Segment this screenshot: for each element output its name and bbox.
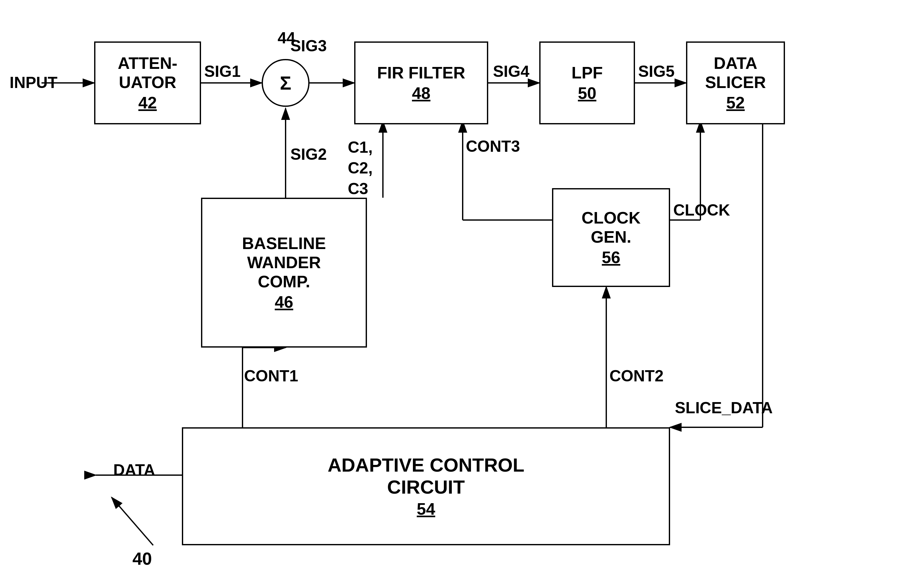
sig1-label: SIG1 xyxy=(204,62,241,81)
clock-gen-label: CLOCKGEN. xyxy=(582,208,641,247)
cont1-label: CONT1 xyxy=(244,367,298,385)
attenuator-label: ATTEN-UATOR xyxy=(118,53,177,92)
baseline-wander-ref: 46 xyxy=(275,292,293,312)
attenuator-ref: 42 xyxy=(139,93,157,112)
lpf-block: LPF 50 xyxy=(539,42,635,124)
input-label: INPUT xyxy=(10,73,57,92)
summation-symbol: Σ xyxy=(280,72,291,94)
lpf-ref: 50 xyxy=(578,84,596,103)
fir-filter-ref: 48 xyxy=(412,84,430,103)
fir-filter-label: FIR FILTER xyxy=(377,63,465,82)
clock-label: CLOCK xyxy=(673,201,730,220)
diagram-container: INPUT ATTEN-UATOR 42 Σ 44 SIG1 SIG3 SIG2… xyxy=(0,0,911,588)
c1c2c3-label: C1,C2,C3 xyxy=(348,137,373,199)
sig3-label: SIG3 xyxy=(290,37,327,55)
sig5-label: SIG5 xyxy=(638,62,675,81)
lpf-label: LPF xyxy=(571,63,603,82)
ref-40-label: 40 xyxy=(133,548,152,569)
baseline-wander-label: BASELINEWANDERCOMP. xyxy=(242,234,326,291)
baseline-wander-block: BASELINEWANDERCOMP. 46 xyxy=(201,198,367,347)
summation-block: Σ xyxy=(262,59,309,107)
adaptive-control-block: ADAPTIVE CONTROLCIRCUIT 54 xyxy=(182,427,670,545)
adaptive-control-ref: 54 xyxy=(417,499,435,519)
slice-data-label: SLICE_DATA xyxy=(675,399,773,417)
clock-gen-block: CLOCKGEN. 56 xyxy=(552,188,670,287)
sig2-label: SIG2 xyxy=(290,145,327,163)
svg-line-22 xyxy=(112,498,153,545)
cont3-label: CONT3 xyxy=(466,137,520,156)
sig4-label: SIG4 xyxy=(493,62,529,81)
data-label: DATA xyxy=(113,461,155,479)
data-slicer-block: DATASLICER 52 xyxy=(686,42,785,124)
data-slicer-ref: 52 xyxy=(726,93,745,112)
fir-filter-block: FIR FILTER 48 xyxy=(354,42,488,124)
clock-gen-ref: 56 xyxy=(602,248,620,267)
data-slicer-label: DATASLICER xyxy=(705,53,766,92)
adaptive-control-label: ADAPTIVE CONTROLCIRCUIT xyxy=(328,454,524,498)
attenuator-block: ATTEN-UATOR 42 xyxy=(94,42,201,124)
cont2-label: CONT2 xyxy=(610,367,663,385)
